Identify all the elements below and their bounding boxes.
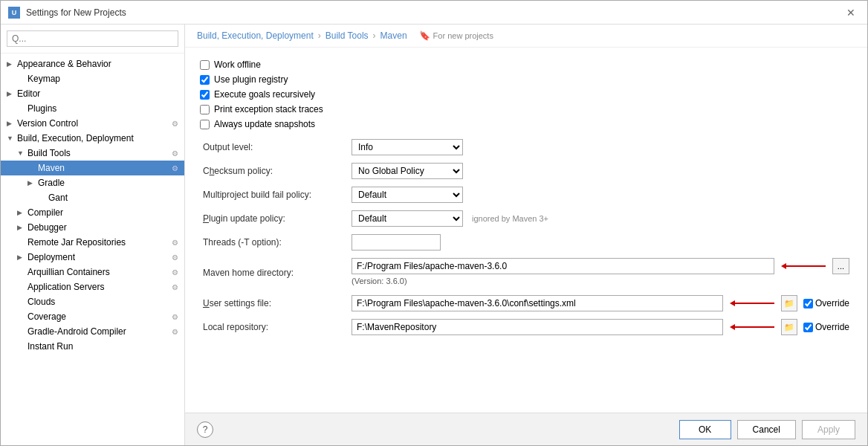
sidebar-item-clouds[interactable]: Clouds bbox=[1, 294, 184, 309]
checksum-policy-text: Checksum policy: bbox=[203, 166, 273, 176]
threads-label: Threads (-T option): bbox=[200, 230, 349, 254]
output-level-row: Output level: Info Debug Warning Error bbox=[200, 135, 852, 159]
sidebar-item-editor[interactable]: Editor bbox=[1, 86, 184, 101]
expand-arrow bbox=[7, 135, 17, 142]
multiproject-build-fail-label: Multiproject build fail policy: bbox=[200, 183, 349, 207]
gear-icon: ⚙ bbox=[172, 253, 178, 262]
gear-icon: ⚙ bbox=[172, 268, 178, 277]
use-plugin-registry-checkbox[interactable] bbox=[200, 75, 210, 85]
sidebar-item-compiler[interactable]: Compiler bbox=[1, 205, 184, 220]
sidebar-item-label: Version Control bbox=[17, 118, 169, 129]
user-settings-input-row: 📁 Override bbox=[352, 295, 849, 311]
execute-goals-checkbox[interactable] bbox=[200, 90, 210, 100]
sidebar-item-keymap[interactable]: Keymap bbox=[1, 71, 184, 86]
user-settings-input[interactable] bbox=[352, 295, 723, 311]
search-box bbox=[1, 25, 184, 54]
threads-row: Threads (-T option): bbox=[200, 230, 852, 254]
checksum-policy-select[interactable]: No Global Policy Fail Warn Ignore bbox=[352, 163, 463, 179]
sidebar-item-label: Maven bbox=[38, 163, 169, 173]
print-exception-checkbox[interactable] bbox=[200, 105, 210, 114]
sidebar-item-label: Build Tools bbox=[27, 148, 169, 158]
app-icon: U bbox=[8, 7, 20, 19]
title-bar-left: U Settings for New Projects bbox=[8, 7, 126, 19]
sidebar-item-build-tools[interactable]: Build Tools ⚙ bbox=[1, 146, 184, 161]
sidebar-item-application-servers[interactable]: Application Servers ⚙ bbox=[1, 279, 184, 294]
always-update-checkbox[interactable] bbox=[200, 120, 210, 129]
sidebar-item-arquillian-containers[interactable]: Arquillian Containers ⚙ bbox=[1, 265, 184, 279]
cancel-button[interactable]: Cancel bbox=[737, 420, 796, 439]
user-settings-override-text: Override bbox=[815, 298, 849, 308]
svg-marker-3 bbox=[730, 300, 735, 306]
maven-home-browse-button[interactable]: ... bbox=[832, 258, 849, 274]
main-content: Appearance & Behavior Keymap Editor Plug… bbox=[1, 25, 867, 445]
sidebar-item-label: Deployment bbox=[27, 252, 169, 262]
sidebar-item-gradle[interactable]: Gradle bbox=[1, 175, 184, 190]
checksum-policy-row: Checksum policy: No Global Policy Fail W… bbox=[200, 159, 852, 183]
checksum-policy-label: Checksum policy: bbox=[200, 159, 349, 183]
work-offline-checkbox[interactable] bbox=[200, 60, 210, 70]
work-offline-label: Work offline bbox=[214, 59, 261, 70]
user-settings-override-checkbox[interactable] bbox=[803, 299, 813, 308]
breadcrumb-note-text: For new projects bbox=[433, 31, 493, 40]
gear-icon: ⚙ bbox=[172, 149, 178, 158]
sidebar-item-plugins[interactable]: Plugins bbox=[1, 101, 184, 116]
breadcrumb-sep-2: › bbox=[373, 30, 376, 41]
maven-home-field: ... (Version: 3.6.0) bbox=[349, 254, 852, 291]
window-title: Settings for New Projects bbox=[26, 7, 126, 18]
output-level-select[interactable]: Info Debug Warning Error bbox=[352, 139, 463, 155]
sidebar-item-gant[interactable]: Gant bbox=[1, 190, 184, 205]
local-repo-browse-button[interactable]: 📁 bbox=[781, 319, 797, 335]
execute-goals-label: Execute goals recursively bbox=[214, 89, 315, 100]
svg-marker-5 bbox=[730, 324, 735, 330]
plugin-update-policy-select[interactable]: Default Always Never bbox=[352, 210, 463, 227]
sidebar-item-instant-run[interactable]: Instant Run bbox=[1, 339, 184, 354]
local-repo-override-label: Override bbox=[803, 322, 849, 332]
sidebar-item-gradle-android-compiler[interactable]: Gradle-Android Compiler ⚙ bbox=[1, 324, 184, 339]
plugin-update-policy-field: Default Always Never ignored by Maven 3+ bbox=[349, 207, 852, 230]
user-settings-field: 📁 Override bbox=[349, 291, 852, 315]
close-button[interactable]: ✕ bbox=[842, 5, 860, 20]
multiproject-build-fail-select[interactable]: Default Fail Fast Fail Never bbox=[352, 187, 463, 203]
sidebar-item-label: Clouds bbox=[27, 297, 178, 307]
output-level-label: Output level: bbox=[200, 135, 349, 159]
settings-window: U Settings for New Projects ✕ Appearance… bbox=[0, 0, 868, 446]
user-settings-browse-button[interactable]: 📁 bbox=[781, 295, 797, 311]
local-repo-override-checkbox[interactable] bbox=[803, 323, 813, 332]
apply-button[interactable]: Apply bbox=[802, 420, 855, 439]
local-repo-label: Local repository: bbox=[200, 315, 349, 339]
sidebar-item-label: Debugger bbox=[27, 222, 178, 233]
sidebar-item-label: Remote Jar Repositories bbox=[27, 237, 169, 248]
search-input[interactable] bbox=[7, 30, 178, 47]
bottom-bar: ? OK Cancel Apply bbox=[185, 413, 867, 445]
user-settings-row: User settings file: bbox=[200, 291, 852, 315]
ok-button[interactable]: OK bbox=[679, 420, 731, 439]
sidebar-item-deployment[interactable]: Deployment ⚙ bbox=[1, 250, 184, 265]
breadcrumb-segment-2[interactable]: Build Tools bbox=[326, 30, 369, 41]
sidebar-item-coverage[interactable]: Coverage ⚙ bbox=[1, 309, 184, 324]
sidebar-item-debugger[interactable]: Debugger bbox=[1, 220, 184, 235]
plugin-update-policy-label: Plugin update policy: bbox=[200, 207, 349, 230]
local-repo-input[interactable] bbox=[352, 319, 723, 335]
sidebar-item-label: Compiler bbox=[27, 207, 178, 218]
sidebar-item-maven[interactable]: Maven ⚙ bbox=[1, 161, 184, 175]
expand-arrow bbox=[7, 90, 17, 97]
maven-home-input[interactable] bbox=[352, 258, 774, 274]
help-button[interactable]: ? bbox=[197, 421, 213, 438]
svg-marker-1 bbox=[781, 263, 786, 269]
sidebar-item-remote-jar-repos[interactable]: Remote Jar Repositories ⚙ bbox=[1, 235, 184, 250]
local-repo-input-row: 📁 Override bbox=[352, 319, 849, 335]
maven-version-note: (Version: 3.6.0) bbox=[352, 277, 849, 285]
threads-input[interactable] bbox=[352, 234, 441, 251]
expand-arrow bbox=[17, 253, 27, 261]
output-level-field: Info Debug Warning Error bbox=[349, 135, 852, 159]
sidebar-item-label: Instant Run bbox=[27, 341, 178, 352]
sidebar-item-version-control[interactable]: Version Control ⚙ bbox=[1, 116, 184, 131]
sidebar-item-build-execution-deployment[interactable]: Build, Execution, Deployment bbox=[1, 131, 184, 146]
breadcrumb-segment-1[interactable]: Build, Execution, Deployment bbox=[197, 30, 314, 41]
sidebar-tree: Appearance & Behavior Keymap Editor Plug… bbox=[1, 54, 184, 445]
settings-form: Output level: Info Debug Warning Error bbox=[200, 135, 852, 339]
multiproject-build-fail-row: Multiproject build fail policy: Default … bbox=[200, 183, 852, 207]
maven-home-label: Maven home directory: bbox=[200, 254, 349, 291]
sidebar-item-label: Gradle bbox=[38, 178, 178, 188]
sidebar-item-appearance-behavior[interactable]: Appearance & Behavior bbox=[1, 56, 184, 71]
